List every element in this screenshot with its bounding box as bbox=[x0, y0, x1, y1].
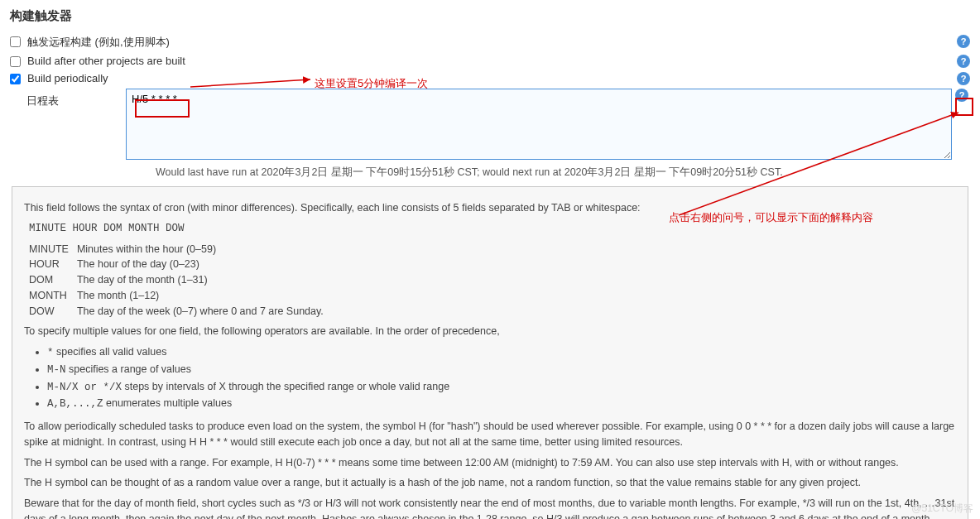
table-row: DOMThe day of the month (1–31) bbox=[29, 272, 332, 288]
table-row: MONTHThe month (1–12) bbox=[29, 288, 332, 304]
help-icon[interactable]: ? bbox=[957, 55, 970, 68]
help-fields-table: MINUTEMinutes within the hour (0–59) HOU… bbox=[29, 242, 332, 320]
trigger-periodically-row: Build periodically ? bbox=[7, 70, 973, 87]
trigger-remote-label: 触发远程构建 (例如,使用脚本) bbox=[27, 35, 970, 50]
table-row: MINUTEMinutes within the hour (0–59) bbox=[29, 242, 332, 257]
schedule-help-icon[interactable]: ? bbox=[955, 89, 968, 102]
trigger-periodically-checkbox[interactable] bbox=[10, 74, 21, 84]
schedule-last-run: Would last have run at 2020年3月2日 星期一 下午0… bbox=[7, 162, 973, 186]
help-icon[interactable]: ? bbox=[957, 72, 970, 85]
help-hash-p1: To allow periodically scheduled tasks to… bbox=[24, 419, 956, 450]
list-item: A,B,...,Z enumerates multiple values bbox=[47, 396, 956, 412]
help-intro: This field follows the syntax of cron (w… bbox=[24, 200, 956, 216]
help-icon[interactable]: ? bbox=[957, 35, 970, 48]
help-hash-p3: The H symbol can be thought of as a rand… bbox=[24, 475, 956, 491]
help-operators-intro: To specify multiple values for one field… bbox=[24, 324, 956, 339]
trigger-periodically-label: Build periodically bbox=[27, 72, 970, 84]
help-syntax-line: MINUTE HOUR DOM MONTH DOW bbox=[29, 221, 956, 237]
cron-help-panel: This field follows the syntax of cron (w… bbox=[12, 186, 968, 519]
help-hash-p2: The H symbol can be used with a range. F… bbox=[24, 455, 956, 471]
trigger-remote-checkbox[interactable] bbox=[10, 36, 21, 47]
watermark: @51CTO博客 bbox=[911, 502, 973, 516]
trigger-after-row: Build after other projects are built ? bbox=[7, 52, 973, 70]
list-item: M-N/X or */X steps by intervals of X thr… bbox=[47, 379, 956, 396]
trigger-after-checkbox[interactable] bbox=[10, 56, 21, 67]
schedule-label: 日程表 bbox=[10, 89, 126, 108]
help-operators-list: * specifies all valid values M-N specifi… bbox=[47, 344, 956, 412]
schedule-textarea[interactable] bbox=[126, 89, 952, 160]
list-item: M-N specifies a range of values bbox=[47, 362, 956, 378]
schedule-row: 日程表 ? bbox=[7, 87, 973, 162]
table-row: HOURThe hour of the day (0–23) bbox=[29, 257, 332, 272]
table-row: DOWThe day of the week (0–7) where 0 and… bbox=[29, 304, 332, 320]
list-item: * specifies all valid values bbox=[47, 344, 956, 361]
help-beware: Beware that for the day of month field, … bbox=[24, 496, 956, 519]
trigger-after-label: Build after other projects are built bbox=[27, 55, 970, 67]
section-title: 构建触发器 bbox=[10, 8, 970, 24]
trigger-remote-row: 触发远程构建 (例如,使用脚本) ? bbox=[7, 32, 973, 52]
